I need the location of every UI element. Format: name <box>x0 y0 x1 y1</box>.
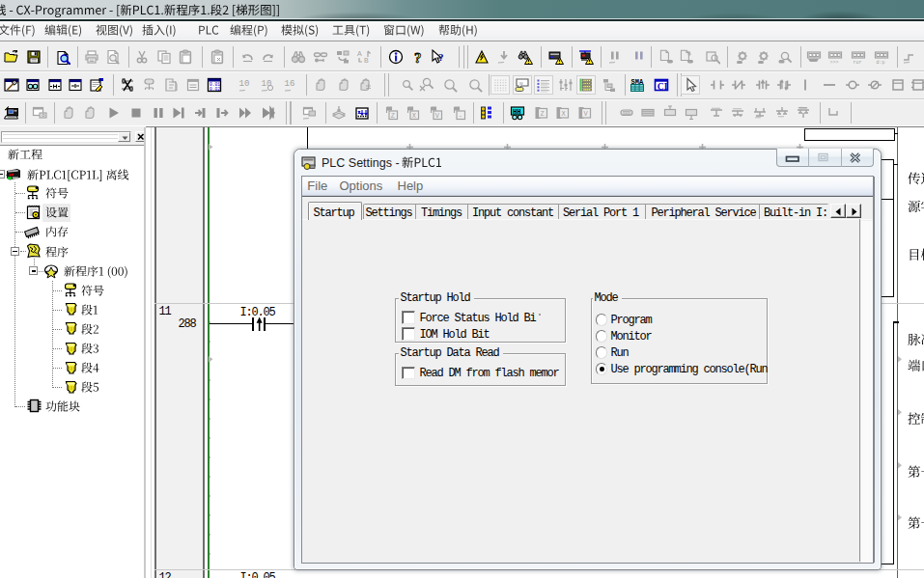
svg-text:Z: Z <box>540 110 544 118</box>
svg-text:Z: Z <box>390 112 394 120</box>
svg-text:0.02: 0.02 <box>210 86 220 91</box>
svg-text:-: - <box>459 112 462 120</box>
svg-text:ror: ror <box>854 59 862 65</box>
svg-text:>>>: >>> <box>830 59 839 65</box>
svg-text:HH: HH <box>513 107 520 115</box>
svg-text:10: 10 <box>261 79 271 89</box>
svg-text:d:p: d:p <box>876 59 884 65</box>
svg-text:?: ? <box>414 49 422 65</box>
svg-text:B: B <box>364 57 369 64</box>
svg-text:CI: CI <box>658 81 668 91</box>
svg-text:10: 10 <box>239 79 250 89</box>
svg-text:?: ? <box>438 51 444 63</box>
svg-text:16: 16 <box>284 79 294 89</box>
svg-text:A: A <box>357 50 362 57</box>
